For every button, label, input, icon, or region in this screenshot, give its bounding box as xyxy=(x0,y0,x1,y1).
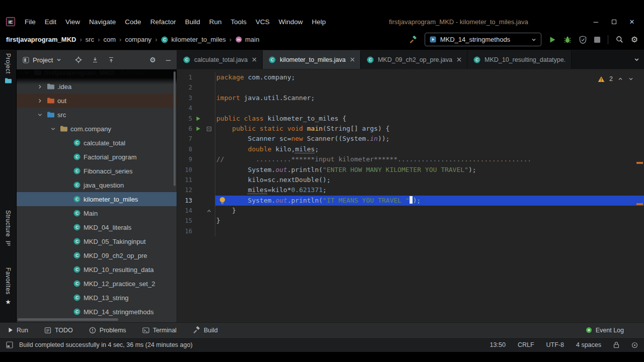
tree-item-idea[interactable]: .idea xyxy=(17,79,177,94)
tree-item-mkd-09-ch2-op-pre[interactable]: CMKD_09_ch2_op_pre xyxy=(17,248,177,262)
debug-button[interactable] xyxy=(564,36,572,44)
code-editor[interactable]: 1package com.company;23import java.util.… xyxy=(177,69,644,322)
breadcrumb-company[interactable]: company xyxy=(125,36,151,43)
code-text[interactable]: Scanner sc=new Scanner((System.in)); xyxy=(215,134,644,144)
code-line-13[interactable]: 13 System.out.println("IT MEANS YOU TRAV… xyxy=(177,196,644,206)
code-text[interactable] xyxy=(215,82,644,93)
prev-warning-button[interactable] xyxy=(617,76,623,82)
menu-vcs[interactable]: VCS xyxy=(251,16,274,28)
tree-item-calculate-total[interactable]: Ccalculate_total xyxy=(17,136,177,150)
code-line-10[interactable]: 10 System.out.println("ENTER HOW MANY KI… xyxy=(177,165,644,175)
code-line-11[interactable]: 11 kilo=sc.nextDouble(); xyxy=(177,175,644,185)
stripe-button-structure[interactable]: Structure xyxy=(0,210,16,246)
code-text[interactable]: } xyxy=(215,206,644,216)
project-settings-gear-button[interactable]: ⚙ xyxy=(149,56,156,63)
maximize-button[interactable] xyxy=(605,15,623,29)
caret-position[interactable]: 13:50 xyxy=(490,341,506,348)
tree-item-com-company[interactable]: com.company xyxy=(17,122,177,136)
tree-chevron-icon[interactable] xyxy=(23,70,31,75)
code-text[interactable]: package com.company; xyxy=(215,72,644,82)
code-line-14[interactable]: 14 } xyxy=(177,206,644,216)
tree-item-mkd-14-stringmethods[interactable]: CMKD_14_stringmethods xyxy=(17,305,177,319)
project-horizontal-scrollbar[interactable] xyxy=(18,318,118,321)
close-button[interactable]: ✕ xyxy=(623,15,641,29)
tree-item-mkd-05-takinginput[interactable]: CMKD_05_Takinginput xyxy=(17,234,177,248)
tree-item-mkd-13-string[interactable]: CMKD_13_string xyxy=(17,291,177,305)
minimize-button[interactable]: ─ xyxy=(587,15,605,29)
fold-marker-icon[interactable] xyxy=(204,127,213,131)
tree-chevron-icon[interactable] xyxy=(36,112,44,118)
menu-run[interactable]: Run xyxy=(205,16,226,28)
stripe-button-favorites[interactable]: Favorites ★ xyxy=(0,267,16,306)
settings-gear-button[interactable]: ⚙ xyxy=(631,36,638,44)
tree-item-fibonacci-series[interactable]: CFibonacci_series xyxy=(17,164,177,178)
close-tab-icon[interactable] xyxy=(457,57,461,62)
tab-kilometer-to-miles-java[interactable]: Ckilometer_to_miles.java xyxy=(263,50,361,69)
breadcrumb-com[interactable]: com xyxy=(103,36,116,43)
inspection-widget[interactable]: 2 xyxy=(598,75,634,82)
inspections-widget-icon[interactable] xyxy=(631,342,638,348)
tree-item-java-question[interactable]: Cjava_question xyxy=(17,178,177,192)
line-separator[interactable]: CRLF xyxy=(518,341,534,348)
code-line-6[interactable]: 6 public static void main(String[] args)… xyxy=(177,124,644,134)
tree-item-firstjavaprogram-mkd[interactable]: firstjavaprogram_MKDC:\Users\... xyxy=(17,69,177,79)
locate-file-button[interactable] xyxy=(75,56,82,63)
menu-edit[interactable]: Edit xyxy=(40,16,61,28)
close-tab-icon[interactable] xyxy=(350,57,355,62)
code-text[interactable]: double kilo,miles; xyxy=(215,144,644,154)
tree-item-mkd-04-literals[interactable]: CMKD_04_literals xyxy=(17,220,177,234)
hidden-tabs-chevron-icon[interactable] xyxy=(634,57,639,62)
tree-item-factorial-program[interactable]: CFactorial_program xyxy=(17,150,177,164)
code-text[interactable]: System.out.println("IT MEANS YOU TRAVEL … xyxy=(215,196,644,206)
coverage-button[interactable] xyxy=(579,36,587,44)
warning-stripe-mark[interactable] xyxy=(636,203,643,205)
tree-chevron-icon[interactable] xyxy=(36,84,44,89)
tree-chevron-icon[interactable] xyxy=(49,126,57,132)
tree-item-mkd-10-resulting-data[interactable]: CMKD_10_resulting_data xyxy=(17,262,177,277)
toolwindow-switcher-icon[interactable] xyxy=(6,341,13,348)
toolwindow-terminal[interactable]: Terminal xyxy=(142,327,177,334)
code-line-2[interactable]: 2 xyxy=(177,82,644,93)
project-panel-title[interactable]: Project xyxy=(33,56,53,64)
code-line-15[interactable]: 15} xyxy=(177,216,644,226)
breadcrumb-main[interactable]: mmain xyxy=(235,36,259,43)
warning-stripe-mark[interactable] xyxy=(636,162,643,164)
menu-tools[interactable]: Tools xyxy=(226,16,251,28)
menu-code[interactable]: Code xyxy=(120,16,145,28)
code-line-7[interactable]: 7 Scanner sc=new Scanner((System.in)); xyxy=(177,134,644,144)
project-vertical-scrollbar[interactable] xyxy=(174,71,176,186)
next-warning-button[interactable] xyxy=(628,76,634,82)
status-message[interactable]: Build completed successfully in 4 sec, 3… xyxy=(19,341,193,348)
code-text[interactable]: import java.util.Scanner; xyxy=(215,93,644,103)
tab-mkd-10-resulting-datatype[interactable]: CMKD_10_resulting_datatype. xyxy=(467,50,572,69)
code-text[interactable]: // .........******input kilometer******.… xyxy=(215,154,644,164)
run-line-icon[interactable] xyxy=(192,116,204,121)
file-encoding[interactable]: UTF-8 xyxy=(546,341,564,348)
fold-marker-icon[interactable] xyxy=(204,209,213,213)
hide-panel-button[interactable]: ─ xyxy=(166,57,171,63)
code-line-12[interactable]: 12 miles=kilo*0.621371; xyxy=(177,185,644,195)
code-line-3[interactable]: 3import java.util.Scanner; xyxy=(177,93,644,103)
tree-item-kilometer-to-miles[interactable]: Ckilometer_to_miles xyxy=(17,192,177,206)
tab-calculate-total-java[interactable]: Ccalculate_total.java xyxy=(177,50,263,69)
code-text[interactable]: kilo=sc.nextDouble(); xyxy=(215,175,644,185)
intention-bulb-icon[interactable] xyxy=(219,197,226,205)
tree-chevron-icon[interactable] xyxy=(36,98,44,104)
menu-navigate[interactable]: Navigate xyxy=(85,16,120,28)
run-button[interactable] xyxy=(549,36,556,43)
collapse-all-button[interactable] xyxy=(108,57,114,63)
code-line-4[interactable]: 4 xyxy=(177,103,644,113)
menu-refactor[interactable]: Refactor xyxy=(146,16,181,28)
stripe-button-project[interactable]: Project xyxy=(0,53,16,84)
stop-button[interactable] xyxy=(594,37,600,43)
toolwindow-run[interactable]: Run xyxy=(8,327,28,334)
search-everywhere-button[interactable] xyxy=(616,36,623,43)
code-line-5[interactable]: 5public class kilometer_to_miles { xyxy=(177,114,644,124)
code-line-16[interactable]: 16 xyxy=(177,226,644,236)
code-line-8[interactable]: 8 double kilo,miles; xyxy=(177,144,644,154)
code-text[interactable]: public class kilometer_to_miles { xyxy=(215,114,644,124)
tree-item-out[interactable]: out xyxy=(17,94,177,108)
menu-help[interactable]: Help xyxy=(307,16,331,28)
expand-all-button[interactable] xyxy=(92,57,98,63)
breadcrumb-src[interactable]: src xyxy=(86,36,94,43)
